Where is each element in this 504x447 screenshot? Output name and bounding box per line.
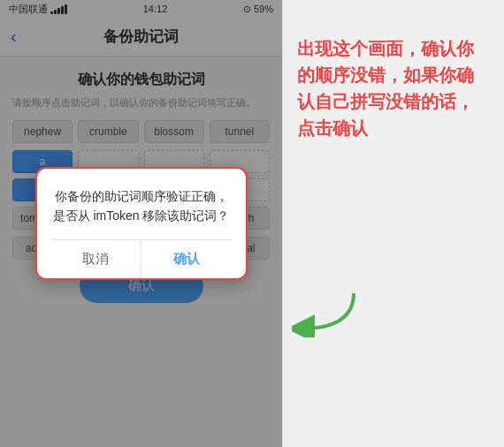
modal-overlay: 你备份的助记词顺序验证正确，是否从 imToken 移除该助记词？ 取消 确认 xyxy=(0,0,282,447)
annotation-panel: 出现这个画面，确认你的顺序没错，如果你确认自己拼写没错的话，点击确认 xyxy=(283,0,504,447)
modal-dialog: 你备份的助记词顺序验证正确，是否从 imToken 移除该助记词？ 取消 确认 xyxy=(35,167,248,281)
arrow-icon xyxy=(292,284,363,341)
annotation-text: 出现这个画面，确认你的顺序没错，如果你确认自己拼写没错的话，点击确认 xyxy=(297,35,490,141)
modal-button-row: 取消 确认 xyxy=(51,239,232,278)
modal-message: 你备份的助记词顺序验证正确，是否从 imToken 移除该助记词？ xyxy=(51,186,232,226)
modal-ok-button[interactable]: 确认 xyxy=(141,240,232,278)
modal-cancel-button[interactable]: 取消 xyxy=(51,240,142,278)
phone-screen: 中国联通 14:12 ⊙ 59% ‹ 备份助记词 确认你的钱包助记词 请按顺序点… xyxy=(0,0,283,447)
